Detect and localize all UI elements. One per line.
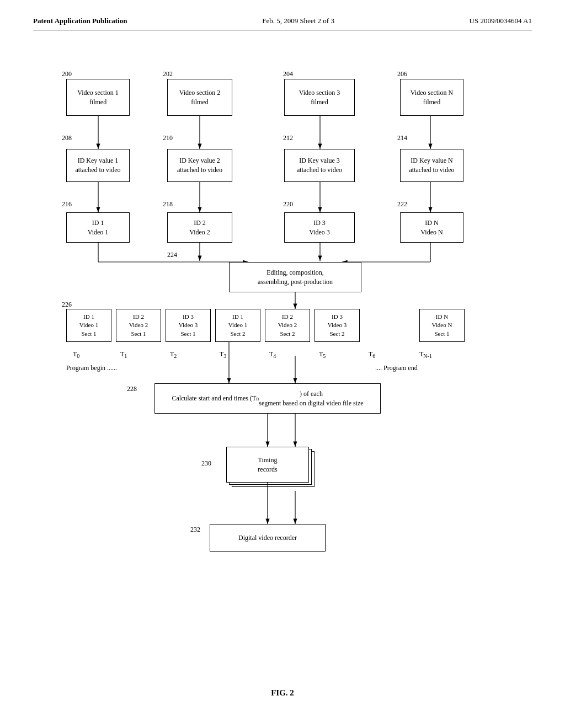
page-header: Patent Application Publication Feb. 5, 2…	[33, 17, 532, 30]
box-idNvid: ID NVideo N	[400, 212, 463, 243]
box-vsN: Video section Nfilmed	[400, 79, 463, 116]
label-232: 232	[190, 526, 200, 534]
box-calculate: Calculate start and end times (Tn) of ea…	[154, 383, 381, 414]
timeline-t5: T5	[319, 350, 326, 359]
box-id3vid: ID 3Video 3	[284, 212, 355, 243]
box-idkeyN: ID Key value Nattached to video	[400, 149, 463, 182]
header-center: Feb. 5, 2009 Sheet 2 of 3	[262, 17, 334, 25]
seg-box-3: ID 3Video 3Sect 1	[166, 309, 211, 342]
box-vs3: Video section 3filmed	[284, 79, 355, 116]
seg-box-5: ID 2Video 2Sect 2	[265, 309, 310, 342]
program-end: .... Program end	[375, 364, 418, 372]
label-216: 216	[62, 200, 72, 208]
box-idkey3: ID Key value 3attached to video	[284, 149, 355, 182]
box-vs2: Video section 2filmed	[167, 79, 232, 116]
label-220: 220	[283, 200, 293, 208]
label-208: 208	[62, 134, 72, 142]
seg-box-6: ID 3Video 3Sect 2	[315, 309, 360, 342]
box-id1vid: ID 1Video 1	[66, 212, 130, 243]
box-timing: Timingrecords	[226, 447, 309, 483]
box-editing: Editing, composition,assembling, post-pr…	[229, 262, 361, 292]
seg-box-2: ID 2Video 2Sect 1	[116, 309, 161, 342]
box-vs1: Video section 1filmed	[66, 79, 130, 116]
label-204: 204	[283, 70, 293, 78]
label-228: 228	[127, 385, 137, 393]
label-222: 222	[397, 200, 407, 208]
label-202: 202	[163, 70, 173, 78]
timeline-t3: T3	[220, 350, 226, 359]
seg-box-4: ID 1Video 1Sect 2	[215, 309, 260, 342]
timeline-t6: T6	[369, 350, 375, 359]
label-230: 230	[201, 459, 211, 468]
header-left: Patent Application Publication	[33, 17, 127, 25]
box-dvr: Digital video recorder	[210, 524, 326, 552]
header-right: US 2009/0034604 A1	[470, 17, 532, 25]
fig-caption: FIG. 2	[33, 688, 532, 698]
diagram: 200 202 204 206 Video section 1filmed Vi…	[33, 63, 532, 703]
seg-box-N: ID NVideo NSect 1	[419, 309, 465, 342]
label-206: 206	[397, 70, 407, 78]
seg-box-1: ID 1Video 1Sect 1	[66, 309, 111, 342]
box-idkey1: ID Key value 1attached to video	[66, 149, 130, 182]
box-idkey2: ID Key value 2attached to video	[167, 149, 232, 182]
label-214: 214	[397, 134, 407, 142]
timeline-tN: TN-1	[419, 350, 432, 359]
label-226: 226	[62, 301, 72, 309]
timeline-t2: T2	[170, 350, 177, 359]
label-200: 200	[62, 70, 72, 78]
label-212: 212	[283, 134, 293, 142]
box-id2vid: ID 2Video 2	[167, 212, 232, 243]
label-218: 218	[163, 200, 173, 208]
timeline-t1: T1	[120, 350, 127, 359]
timeline-t4: T4	[269, 350, 276, 359]
program-begin: Program begin ......	[66, 364, 117, 372]
timeline-t0: T0	[73, 350, 79, 359]
label-224: 224	[167, 251, 177, 259]
label-210: 210	[163, 134, 173, 142]
